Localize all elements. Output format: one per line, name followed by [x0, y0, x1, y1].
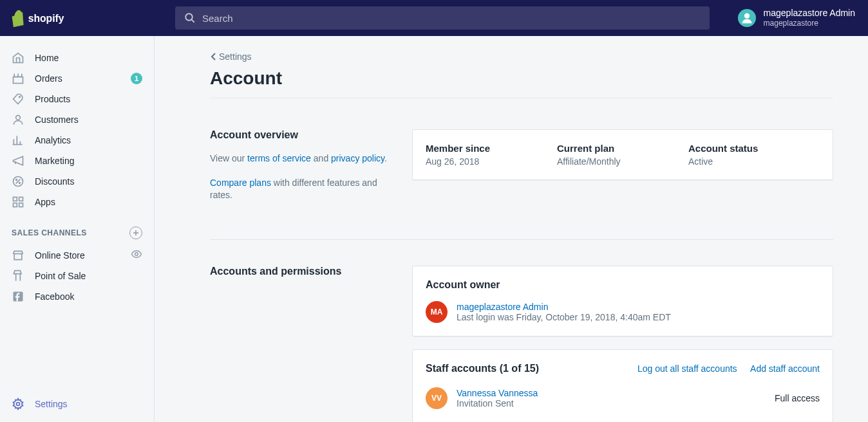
svg-rect-17 [14, 203, 17, 207]
user-menu[interactable]: mageplazastore Admin mageplazastore [730, 8, 868, 28]
staff-card: Staff accounts (1 of 15) Log out all sta… [412, 349, 833, 422]
member-since-value: Aug 26, 2018 [426, 156, 557, 167]
owner-heading: Account owner [426, 279, 820, 291]
sidebar-item-discounts[interactable]: Discounts [0, 171, 154, 192]
sidebar-item-label: Facebook [35, 291, 142, 302]
sidebar-item-apps[interactable]: Apps [0, 192, 154, 212]
svg-rect-15 [14, 197, 17, 201]
gear-icon [12, 398, 24, 410]
sidebar-item-label: Settings [35, 399, 142, 409]
discounts-icon [12, 175, 24, 188]
pos-icon [12, 270, 24, 282]
marketing-icon [12, 154, 24, 167]
owner-name-link[interactable]: mageplazastore Admin [457, 302, 671, 312]
svg-point-3 [744, 14, 749, 19]
svg-line-2 [192, 20, 194, 23]
staff-heading: Staff accounts (1 of 15) [426, 363, 539, 374]
accounts-permissions-heading: Accounts and permissions [210, 266, 397, 277]
staff-avatar: VV [426, 387, 448, 409]
add-staff-link[interactable]: Add staff account [750, 363, 820, 374]
svg-point-13 [16, 179, 17, 181]
eye-icon[interactable] [131, 248, 142, 262]
home-icon [12, 51, 24, 64]
orders-icon [12, 72, 24, 85]
customers-icon [12, 113, 24, 126]
staff-status: Invitation Sent [457, 398, 775, 408]
facebook-icon [12, 290, 24, 303]
privacy-link[interactable]: privacy policy [331, 153, 384, 163]
staff-name-link[interactable]: Vannessa Vannessa [457, 388, 775, 398]
sidebar-item-label: Products [35, 94, 142, 104]
svg-point-21 [135, 253, 138, 256]
svg-text:shopify: shopify [28, 13, 64, 24]
sidebar-item-label: Discounts [35, 176, 142, 187]
user-name: mageplazastore Admin [764, 8, 855, 19]
apps-icon [12, 196, 24, 208]
svg-point-1 [185, 14, 193, 21]
overview-heading: Account overview [210, 129, 397, 141]
overview-card: Member since Aug 26, 2018 Current plan A… [412, 129, 833, 180]
sidebar-item-home[interactable]: Home [0, 48, 154, 68]
logo[interactable]: shopify [0, 8, 155, 28]
svg-rect-18 [19, 203, 23, 207]
compare-description: Compare plans with different features an… [210, 177, 397, 202]
svg-point-14 [19, 183, 21, 184]
owner-last-login: Last login was Friday, October 19, 2018,… [457, 312, 671, 322]
sidebar-item-products[interactable]: Products [0, 89, 154, 109]
svg-point-6 [16, 115, 21, 120]
current-plan-label: Current plan [557, 143, 688, 154]
svg-rect-4 [14, 77, 23, 84]
owner-avatar: MA [426, 301, 448, 323]
products-icon [12, 93, 24, 106]
current-plan-value: Affiliate/Monthly [557, 156, 688, 167]
svg-rect-16 [19, 197, 23, 201]
svg-point-23 [17, 403, 20, 406]
add-channel-button[interactable] [129, 226, 142, 239]
sidebar-item-orders[interactable]: Orders 1 [0, 68, 154, 89]
search-input[interactable]: Search [175, 6, 710, 30]
sidebar-item-customers[interactable]: Customers [0, 109, 154, 130]
svg-point-5 [19, 96, 21, 98]
account-status-label: Account status [688, 143, 820, 154]
breadcrumb-back[interactable]: Settings [210, 51, 252, 62]
compare-plans-link[interactable]: Compare plans [210, 178, 271, 188]
sales-channels-heading: SALES CHANNELS [12, 228, 87, 237]
sidebar-item-label: Customers [35, 115, 142, 125]
owner-card: Account owner MA mageplazastore Admin La… [412, 266, 833, 336]
main-content: Settings Account Account overview View o… [155, 36, 868, 422]
store-icon [12, 249, 24, 262]
sidebar-item-label: Online Store [35, 250, 131, 261]
sidebar-item-label: Orders [35, 73, 131, 84]
sidebar-item-label: Apps [35, 197, 142, 207]
sidebar-item-label: Analytics [35, 135, 142, 145]
breadcrumb-label: Settings [219, 51, 252, 62]
sidebar-item-label: Point of Sale [35, 271, 142, 281]
store-name: mageplazastore [764, 19, 855, 28]
account-status-value: Active [688, 156, 820, 167]
page-title: Account [210, 68, 833, 98]
sidebar-item-pos[interactable]: Point of Sale [0, 266, 154, 286]
overview-description: View our terms of service and privacy po… [210, 152, 397, 165]
search-placeholder: Search [202, 13, 233, 24]
top-bar: shopify Search mageplazastore Admin mage… [0, 0, 868, 36]
sidebar-item-settings[interactable]: Settings [0, 394, 154, 422]
member-since-label: Member since [426, 143, 557, 154]
staff-access-level: Full access [775, 393, 820, 403]
orders-badge: 1 [131, 73, 142, 84]
sidebar-item-facebook[interactable]: Facebook [0, 286, 154, 307]
sidebar-item-marketing[interactable]: Marketing [0, 151, 154, 171]
sidebar: Home Orders 1 Products Customers Analyti… [0, 36, 155, 422]
sidebar-item-analytics[interactable]: Analytics [0, 130, 154, 151]
logout-all-link[interactable]: Log out all staff accounts [637, 363, 737, 374]
avatar [738, 9, 756, 27]
sidebar-item-label: Home [35, 53, 142, 63]
tos-link[interactable]: terms of service [247, 153, 311, 163]
analytics-icon [12, 134, 24, 147]
sidebar-item-online-store[interactable]: Online Store [0, 244, 154, 266]
sidebar-item-label: Marketing [35, 156, 142, 166]
